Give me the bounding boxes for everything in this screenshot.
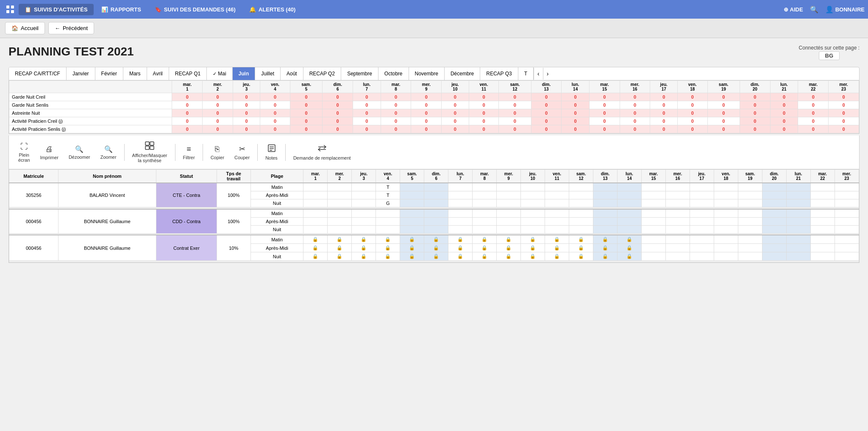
cell-day[interactable] <box>714 199 738 207</box>
cell-day[interactable]: 🔒 <box>376 252 400 261</box>
cell-day[interactable] <box>618 209 642 218</box>
cell-day[interactable] <box>400 225 424 233</box>
cell-day[interactable] <box>641 209 665 218</box>
tab-next[interactable]: › <box>543 68 552 80</box>
cell-day[interactable] <box>376 225 400 233</box>
cell-day[interactable]: 🔒 <box>352 235 376 244</box>
cell-day[interactable] <box>835 183 859 191</box>
cell-day[interactable] <box>618 191 642 199</box>
cell-day[interactable] <box>521 199 545 207</box>
cell-day[interactable]: 🔒 <box>569 235 593 244</box>
cell-day[interactable] <box>328 199 352 207</box>
cell-day[interactable]: 🔒 <box>521 235 545 244</box>
cell-day[interactable]: 🔒 <box>473 244 497 252</box>
cell-day[interactable] <box>810 244 835 252</box>
cell-day[interactable] <box>569 183 593 191</box>
cell-day[interactable] <box>352 183 376 191</box>
cell-day[interactable] <box>786 252 810 261</box>
cell-day[interactable] <box>448 199 473 207</box>
cell-day[interactable] <box>762 235 786 244</box>
cell-day[interactable]: 🔒 <box>569 244 593 252</box>
cell-day[interactable] <box>352 225 376 233</box>
cell-day[interactable] <box>303 191 328 199</box>
cell-day[interactable] <box>835 244 859 252</box>
tab-t[interactable]: T <box>518 67 534 80</box>
tab-recap-q2[interactable]: RECAP Q2 <box>303 67 341 80</box>
cell-day[interactable] <box>400 183 424 191</box>
tab-recap-q1[interactable]: RECAP Q1 <box>169 67 207 80</box>
cell-day[interactable] <box>665 252 690 261</box>
cell-day[interactable] <box>714 209 738 218</box>
tab-prev[interactable]: ‹ <box>534 68 543 80</box>
cell-day[interactable] <box>545 199 569 207</box>
cell-day[interactable]: 🔒 <box>593 252 618 261</box>
grid-icon[interactable] <box>3 3 17 16</box>
cell-day[interactable] <box>328 191 352 199</box>
cell-day[interactable] <box>714 217 738 225</box>
cell-day[interactable] <box>641 217 665 225</box>
cell-day[interactable] <box>738 235 762 244</box>
cell-day[interactable] <box>424 217 448 225</box>
cell-day[interactable] <box>835 199 859 207</box>
cell-day[interactable] <box>665 225 690 233</box>
cell-day[interactable] <box>810 209 835 218</box>
cell-day[interactable] <box>593 199 618 207</box>
tab-aout[interactable]: Août <box>281 67 303 80</box>
cell-day[interactable] <box>786 225 810 233</box>
cell-day[interactable] <box>738 252 762 261</box>
cell-day[interactable] <box>473 199 497 207</box>
cell-day[interactable] <box>400 191 424 199</box>
dezoomer-button[interactable]: 🔍 Dézoomer <box>64 143 95 162</box>
cell-day[interactable] <box>497 183 521 191</box>
cell-day[interactable]: 🔒 <box>376 235 400 244</box>
cell-day[interactable] <box>424 209 448 218</box>
cell-day[interactable] <box>665 217 690 225</box>
cell-day[interactable] <box>762 217 786 225</box>
cell-day[interactable] <box>352 209 376 218</box>
cell-day[interactable] <box>448 183 473 191</box>
cell-day[interactable]: 🔒 <box>569 252 593 261</box>
cell-day[interactable]: 🔒 <box>448 252 473 261</box>
nav-suivis[interactable]: 📋 SUIVIS D'ACTIVITÉS <box>19 4 94 15</box>
cell-day[interactable]: 🔒 <box>400 252 424 261</box>
tab-octobre[interactable]: Octobre <box>378 67 409 80</box>
afficher-masquer-button[interactable]: Afficher/Masquerla synthèse <box>128 139 172 166</box>
cell-day[interactable] <box>690 225 714 233</box>
cell-day[interactable] <box>593 209 618 218</box>
cell-day[interactable] <box>376 209 400 218</box>
zoomer-button[interactable]: 🔍 Zoomer <box>96 143 121 162</box>
cell-day[interactable] <box>835 235 859 244</box>
cell-day[interactable]: 🔒 <box>497 244 521 252</box>
cell-day[interactable] <box>448 191 473 199</box>
cell-day[interactable] <box>690 183 714 191</box>
cell-day[interactable] <box>521 209 545 218</box>
cell-day[interactable]: 🔒 <box>593 244 618 252</box>
cell-day[interactable] <box>690 235 714 244</box>
cell-day[interactable] <box>665 191 690 199</box>
cell-day[interactable] <box>448 209 473 218</box>
cell-day[interactable] <box>448 217 473 225</box>
cell-day[interactable] <box>762 183 786 191</box>
cell-day[interactable] <box>738 209 762 218</box>
cell-day[interactable] <box>497 217 521 225</box>
cell-day[interactable] <box>641 252 665 261</box>
cell-day[interactable] <box>400 209 424 218</box>
cell-day[interactable] <box>835 217 859 225</box>
cell-day[interactable] <box>810 235 835 244</box>
cell-day[interactable] <box>810 225 835 233</box>
cell-day[interactable] <box>810 199 835 207</box>
cell-day[interactable] <box>521 225 545 233</box>
cell-day[interactable] <box>738 244 762 252</box>
cell-day[interactable]: 🔒 <box>545 235 569 244</box>
cell-day[interactable]: 🔒 <box>448 235 473 244</box>
cell-day[interactable] <box>665 235 690 244</box>
cell-day[interactable] <box>714 244 738 252</box>
cell-day[interactable] <box>665 244 690 252</box>
cell-day[interactable] <box>593 225 618 233</box>
cell-day[interactable] <box>762 244 786 252</box>
cell-day[interactable] <box>497 209 521 218</box>
cell-day[interactable] <box>641 235 665 244</box>
tab-novembre[interactable]: Novembre <box>409 67 445 80</box>
tab-janvier[interactable]: Janvier <box>67 67 95 80</box>
cell-day[interactable]: 🔒 <box>545 252 569 261</box>
